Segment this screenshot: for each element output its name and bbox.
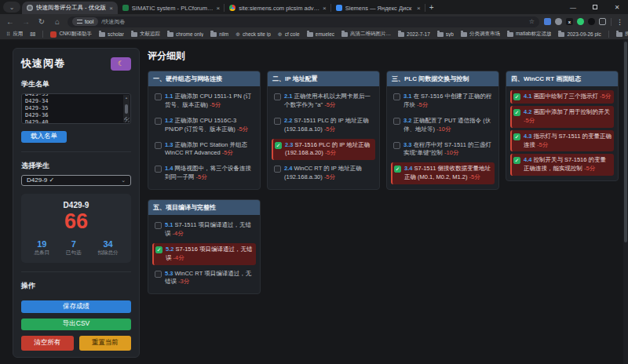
rubric-item[interactable]: 5.1 S7-1511 项目编译通过，无错误 -4分 bbox=[152, 219, 256, 241]
page-scrollbar[interactable] bbox=[623, 40, 628, 364]
bookmark-label: 文献追踪 bbox=[140, 31, 160, 38]
unchecked-checkbox-icon[interactable] bbox=[155, 222, 162, 229]
student-select[interactable]: D429-9 ✓ ⌄ bbox=[21, 175, 131, 187]
rubric-item[interactable]: 2.4 WinCC RT 的 IP 地址正确 (192.168.a.30) -5… bbox=[272, 162, 375, 184]
reset-current-button[interactable]: 重置当前 bbox=[79, 336, 132, 351]
checked-checkbox-icon[interactable]: ✓ bbox=[513, 133, 520, 140]
score-stat: 7已勾选 bbox=[66, 239, 82, 257]
rubric-item[interactable]: ✓5.2 S7-1516 项目编译通过，无错误 -4分 bbox=[152, 243, 256, 265]
rubric-item[interactable]: ✓4.2 画面中添加了用于控制的开关 -5分 bbox=[510, 106, 614, 128]
browser-menu-icon[interactable]: ⋮ bbox=[616, 18, 623, 26]
unchecked-checkbox-icon[interactable] bbox=[155, 142, 162, 149]
close-tab-icon[interactable]: × bbox=[216, 5, 220, 12]
export-csv-button[interactable]: 导出CSV bbox=[21, 318, 131, 330]
unchecked-checkbox-icon[interactable] bbox=[155, 271, 162, 278]
browser-tab[interactable]: SIMATIC system - PLCforum…× bbox=[118, 2, 225, 14]
rubric-item[interactable]: ✓4.1 画面中绘制了三个指示灯 -5分 bbox=[510, 90, 614, 104]
resize-grip-icon[interactable] bbox=[124, 117, 130, 122]
rubric-item[interactable]: 2.2 S7-1511 PLC 的 IP 地址正确 (192.168.a.10)… bbox=[272, 115, 375, 136]
rubric-item[interactable]: ✓2.3 S7-1516 PLC 的 IP 地址正确 (192.168.a.20… bbox=[272, 139, 375, 161]
rubric-item[interactable]: 3.2 正确配置了 PUT 通信指令 (伙伴、地址等) -10分 bbox=[391, 115, 495, 136]
bookmark-item[interactable]: CNKI翻译助手 bbox=[50, 31, 92, 38]
checked-checkbox-icon[interactable]: ✓ bbox=[513, 157, 520, 164]
rubric-item[interactable]: 1.3 正确添加 PC Station 并组态 WinCC RT Advance… bbox=[152, 139, 256, 161]
bookmark-item[interactable]: 2023-09-26 plc bbox=[558, 31, 601, 37]
rubric-item[interactable]: 1.4 网络视图中，将三个设备连接到同一子网 -5分 bbox=[152, 162, 256, 184]
student-list-textarea[interactable]: D429-33D429-34D429-35D429-36D429-40 ▲ ▼ bbox=[21, 93, 131, 124]
bookmark-item[interactable]: 文献追踪 bbox=[131, 31, 160, 38]
section-heading: 一、硬件组态与网络连接 bbox=[148, 71, 260, 86]
unchecked-checkbox-icon[interactable] bbox=[155, 93, 162, 100]
checked-checkbox-icon[interactable]: ✓ bbox=[513, 109, 520, 116]
bookmark-item[interactable]: nilm bbox=[210, 31, 228, 37]
bookmark-star-icon[interactable]: ☆ bbox=[529, 18, 535, 25]
rubric-item[interactable]: 2.1 正确使用本机以太网卡最后一个数字作为 "a" -5分 bbox=[272, 90, 375, 112]
browser-tab[interactable]: site:siemens.com plcsim adv…× bbox=[225, 2, 331, 14]
reload-icon[interactable]: ↻ bbox=[36, 17, 47, 26]
checked-checkbox-icon[interactable]: ✓ bbox=[513, 93, 520, 100]
unchecked-checkbox-icon[interactable] bbox=[274, 93, 281, 100]
item-deduction: -10分 bbox=[436, 126, 451, 133]
rubric-item[interactable]: 3.3 在程序中对 S7-1511 的三盏灯实现“单键”控制 -10分 bbox=[391, 139, 495, 161]
extensions-puzzle-icon[interactable] bbox=[599, 18, 606, 25]
bookmark-item[interactable]: scholar bbox=[99, 31, 124, 37]
bookmark-item[interactable]: 88 bbox=[30, 31, 35, 37]
bookmark-item[interactable]: matlab标定运放 bbox=[507, 31, 552, 38]
profile-avatar[interactable] bbox=[588, 18, 595, 25]
unchecked-checkbox-icon[interactable] bbox=[274, 118, 281, 125]
close-tab-icon[interactable]: × bbox=[323, 5, 327, 12]
bookmark-item[interactable]: ⠿应用 bbox=[6, 31, 23, 38]
bookmark-item[interactable]: syb bbox=[437, 31, 454, 37]
address-bar[interactable]: tool /快速阅卷 ☆ bbox=[68, 16, 539, 27]
bookmark-item[interactable]: ⊕cf cole bbox=[278, 31, 300, 37]
unchecked-checkbox-icon[interactable] bbox=[155, 118, 162, 125]
x-extension-icon[interactable]: x bbox=[566, 18, 573, 25]
rubric-item[interactable]: ✓4.3 指示灯与 S7-1511 的变量正确连接 -5分 bbox=[510, 130, 614, 152]
scrollbar-thumb[interactable] bbox=[125, 104, 128, 114]
extension-icon[interactable] bbox=[577, 18, 584, 25]
unchecked-checkbox-icon[interactable] bbox=[155, 166, 162, 173]
bookmark-item[interactable]: ⊕check site ip bbox=[236, 31, 271, 37]
rubric-item[interactable]: 3.1 在 S7-1516 中创建了正确的程序块 -5分 bbox=[391, 90, 495, 112]
rubric-item[interactable]: ✓4.4 控制开关与 S7-1516 的变量正确连接，能实现控制 -5分 bbox=[510, 154, 614, 176]
close-tab-icon[interactable]: × bbox=[109, 5, 113, 12]
bookmark-item[interactable]: emuelec bbox=[307, 31, 335, 37]
tab-search-button[interactable]: ⌄ bbox=[3, 2, 20, 13]
theme-toggle-button[interactable]: ☾ bbox=[111, 57, 131, 71]
checked-checkbox-icon[interactable]: ✓ bbox=[155, 246, 162, 253]
bookmark-item[interactable]: 分类调查市场 bbox=[461, 31, 500, 38]
load-list-button[interactable]: 载入名单 bbox=[21, 131, 67, 142]
scroll-up-icon[interactable]: ▲ bbox=[125, 96, 128, 100]
forward-icon[interactable]: → bbox=[20, 17, 31, 26]
translator-extension-icon[interactable] bbox=[544, 18, 551, 25]
clear-all-button[interactable]: 清空所有 bbox=[21, 336, 74, 351]
checked-checkbox-icon[interactable]: ✓ bbox=[275, 142, 282, 149]
minimize-button[interactable]: — bbox=[562, 0, 584, 14]
browser-tab[interactable]: Siemens — Яндекс Диск× bbox=[331, 2, 425, 14]
browser-tab[interactable]: 快速阅卷评分工具 - 优化版× bbox=[22, 2, 118, 14]
rubric-item[interactable]: 5.3 WinCC RT 项目编译通过，无错误 -3分 bbox=[152, 268, 256, 289]
bookmark-item[interactable]: 2022-7-17 bbox=[398, 31, 430, 37]
site-search-chip[interactable]: tool bbox=[72, 17, 98, 26]
checked-checkbox-icon[interactable]: ✓ bbox=[394, 166, 401, 173]
unchecked-checkbox-icon[interactable] bbox=[393, 93, 400, 100]
rubric-item[interactable]: ✓3.4 S7-1511 侧接收数据变量地址正确 (M0.1, M0.2, M1… bbox=[391, 162, 495, 184]
close-tab-icon[interactable]: × bbox=[417, 5, 421, 12]
bookmark-item[interactable]: chrome only bbox=[167, 31, 203, 37]
extension-icon[interactable] bbox=[555, 18, 562, 25]
rubric-item[interactable]: 1.2 正确添加 CPU 1516C-3 PN/DP (订货号、版本正确) -5… bbox=[152, 115, 256, 136]
save-grades-button[interactable]: 保存成绩 bbox=[21, 300, 131, 312]
rubric-item[interactable]: 1.1 正确添加 CPU 1511-1 PN (订货号、版本正确) -5分 bbox=[152, 90, 256, 112]
unchecked-checkbox-icon[interactable] bbox=[274, 166, 281, 173]
close-button[interactable]: ✕ bbox=[606, 0, 628, 14]
maximize-button[interactable] bbox=[584, 0, 606, 14]
home-icon[interactable]: ⌂ bbox=[52, 17, 63, 26]
scrollbar-thumb[interactable] bbox=[624, 42, 627, 242]
unchecked-checkbox-icon[interactable] bbox=[393, 142, 400, 149]
back-icon[interactable]: ← bbox=[5, 17, 16, 26]
folder-icon bbox=[210, 32, 217, 37]
new-tab-button[interactable]: + bbox=[425, 1, 438, 13]
unchecked-checkbox-icon[interactable] bbox=[393, 118, 400, 125]
bookmark-item[interactable]: 所有书签 bbox=[616, 31, 628, 38]
bookmark-item[interactable]: 高清二维码图片… bbox=[341, 31, 391, 38]
